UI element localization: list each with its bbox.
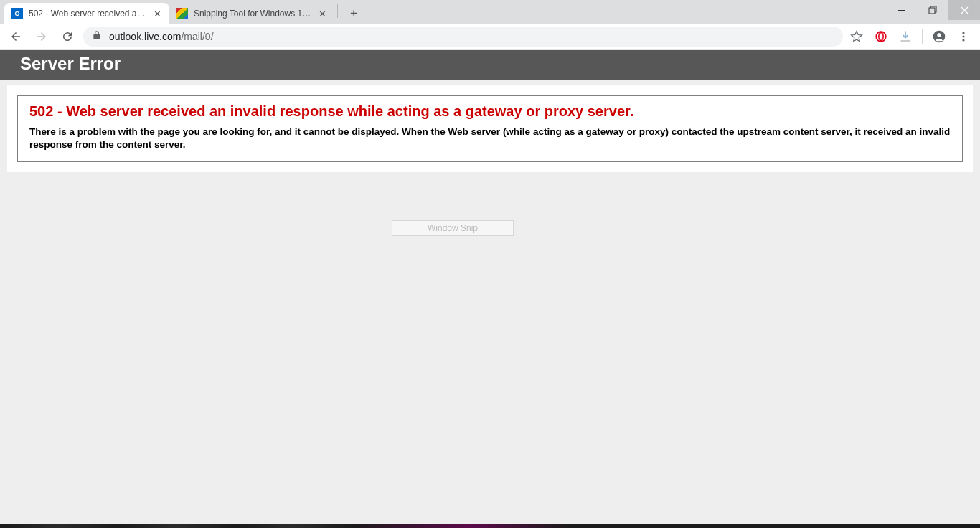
tab-title: 502 - Web server received an inv — [29, 9, 146, 19]
server-error-header: Server Error — [0, 50, 980, 80]
taskbar-sliver — [0, 524, 980, 528]
toolbar-divider — [922, 29, 923, 44]
reload-icon — [61, 30, 74, 43]
tabs-strip: O 502 - Web server received an inv ✕ Sni… — [0, 0, 364, 24]
svg-point-9 — [962, 32, 964, 34]
user-circle-icon — [932, 29, 946, 44]
menu-button[interactable] — [956, 29, 971, 44]
download-button[interactable] — [897, 29, 913, 44]
outlook-favicon-icon: O — [11, 8, 23, 19]
star-icon — [850, 30, 863, 43]
lock-icon — [92, 30, 102, 43]
opera-icon — [875, 30, 887, 43]
error-box: 502 - Web server received an invalid res… — [17, 95, 963, 162]
tab-close-button[interactable]: ✕ — [152, 9, 162, 19]
tab-inactive[interactable]: Snipping Tool for Windows 10/8 ✕ — [169, 3, 334, 24]
forward-button[interactable] — [32, 27, 52, 47]
snipping-favicon-icon — [176, 8, 188, 19]
maximize-button[interactable] — [917, 0, 948, 20]
page-body: Server Error 502 - Web server received a… — [0, 50, 980, 524]
new-tab-button[interactable]: ＋ — [344, 3, 364, 23]
svg-point-6 — [879, 33, 883, 41]
error-title: 502 - Web server received an invalid res… — [29, 103, 951, 120]
tab-close-button[interactable]: ✕ — [317, 9, 327, 19]
url-path: /mail/0/ — [181, 31, 213, 42]
arrow-left-icon — [9, 30, 22, 43]
tab-separator — [337, 4, 338, 18]
reload-button[interactable] — [57, 27, 77, 47]
svg-point-11 — [962, 39, 964, 41]
toolbar: outlook.live.com/mail/0/ — [0, 24, 980, 50]
toolbar-right — [849, 29, 974, 44]
url-text: outlook.live.com/mail/0/ — [109, 31, 214, 42]
back-button[interactable] — [6, 27, 26, 47]
titlebar: O 502 - Web server received an inv ✕ Sni… — [0, 0, 980, 24]
bookmark-star-button[interactable] — [849, 29, 864, 44]
url-host: outlook.live.com — [109, 31, 181, 42]
svg-rect-2 — [929, 8, 935, 14]
extension-opera-button[interactable] — [873, 29, 889, 44]
arrow-right-icon — [35, 30, 48, 43]
omnibox[interactable]: outlook.live.com/mail/0/ — [83, 27, 843, 47]
minimize-button[interactable] — [885, 0, 917, 20]
svg-point-8 — [937, 33, 941, 37]
window-controls — [885, 0, 980, 20]
close-window-button[interactable] — [948, 0, 980, 20]
profile-button[interactable] — [931, 29, 947, 44]
tab-active[interactable]: O 502 - Web server received an inv ✕ — [4, 3, 169, 24]
error-description: There is a problem with the page you are… — [29, 126, 951, 151]
content-wrap: 502 - Web server received an invalid res… — [7, 85, 973, 172]
tab-title: Snipping Tool for Windows 10/8 — [194, 9, 311, 19]
download-icon — [899, 30, 912, 43]
kebab-menu-icon — [958, 31, 969, 42]
svg-point-10 — [962, 35, 964, 37]
